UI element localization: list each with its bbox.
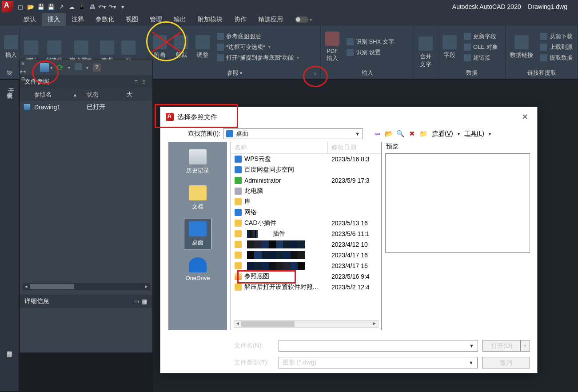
app-logo-icon[interactable] — [2, 1, 13, 12]
scroll-right-icon[interactable]: ► — [372, 321, 377, 326]
file-row[interactable]: WPS云盘2023/5/16 8:3 — [231, 154, 381, 164]
view-menu-button[interactable]: 查看(V) — [431, 130, 455, 138]
file-row[interactable]: CAD小插件2023/5/13 16 — [231, 218, 381, 228]
qat-saveas-icon[interactable]: 💾 — [47, 2, 56, 11]
search-web-icon[interactable]: 🔍 — [396, 129, 405, 138]
palette-prev-icon[interactable]: ▸◂ — [20, 68, 26, 74]
tab-output[interactable]: 输出 — [168, 13, 192, 26]
palette-close-icon[interactable]: ✕ — [21, 61, 25, 67]
field-button[interactable]: 字段 — [440, 33, 459, 61]
tree-view-icon[interactable]: ⁝⁝ — [140, 78, 148, 86]
col-file-date[interactable]: 修改日期 — [328, 142, 381, 153]
merge-text-button[interactable]: 合并 文字 — [416, 35, 435, 70]
col-refname[interactable]: 参照名▲ — [30, 91, 82, 99]
qat-undo-icon[interactable]: ↶▾ — [98, 2, 107, 11]
help-button[interactable]: ? — [93, 64, 101, 72]
extract-data-button[interactable]: 提取数据 — [540, 53, 573, 63]
scroll-left-icon[interactable]: ◄ — [23, 283, 29, 290]
hyperlink-button[interactable]: 超链接 — [464, 53, 498, 63]
adjust-button[interactable]: 调整 — [193, 33, 212, 61]
tab-view[interactable]: 视图 — [120, 13, 144, 26]
underlay-layers-button[interactable]: 参考底图图层 — [217, 32, 299, 41]
scroll-left-icon[interactable]: ◄ — [235, 321, 240, 326]
recognize-shx-button[interactable]: 识别 SHX 文字 — [347, 37, 394, 47]
scroll-thumb[interactable] — [30, 284, 74, 289]
frame-options-button[interactable]: *边框可变选项* — [217, 42, 299, 52]
palette-settings-icon[interactable]: ⚙ — [21, 76, 25, 82]
update-field-button[interactable]: 更新字段 — [464, 32, 498, 41]
filename-input[interactable]: ▼ — [279, 340, 478, 352]
ui-toggle[interactable] — [295, 16, 308, 23]
place-documents[interactable]: 文档 — [184, 183, 211, 213]
dialog-close-button[interactable]: ✕ — [518, 110, 532, 124]
detail-view-icon[interactable]: ▦ — [140, 297, 148, 305]
scope-combo[interactable]: 桌面 ▼ — [223, 128, 363, 139]
datalink-button[interactable]: 数据链接 — [507, 33, 536, 61]
file-row[interactable]: 参照底图2023/5/16 9:4 — [231, 271, 381, 282]
qat-share-icon[interactable]: ☁ — [67, 2, 76, 11]
place-history[interactable]: 历史记录 — [182, 147, 214, 177]
qat-new-icon[interactable]: ▢ — [16, 2, 25, 11]
attach-dwg-button[interactable]: ▾ — [40, 63, 52, 72]
tab-collab[interactable]: 协作 — [228, 13, 252, 26]
tab-annotate[interactable]: 注释 — [66, 13, 90, 26]
file-row[interactable]: 2023/4/17 16 — [231, 260, 381, 271]
qat-save-icon[interactable]: 💾 — [36, 2, 45, 11]
delete-icon[interactable]: ✖ — [407, 129, 416, 138]
tools-menu-button[interactable]: 工具(L) — [462, 130, 486, 138]
file-row[interactable]: 解压后打开设置软件对照...2023/5/2 12:4 — [231, 282, 381, 292]
attach-type-button[interactable] — [75, 63, 82, 72]
col-size[interactable]: 大 — [122, 91, 152, 99]
refresh-button[interactable]: ⟳ — [57, 63, 64, 72]
clip-button[interactable]: 剪裁 — [171, 33, 191, 61]
download-src-button[interactable]: 从源下载 — [540, 32, 573, 41]
qat-plot-icon[interactable]: ↗ — [57, 2, 66, 11]
qat-open-icon[interactable]: 📂 — [26, 2, 35, 11]
tab-default[interactable]: 默认 — [18, 13, 42, 26]
list-view-icon[interactable]: ≡ — [132, 78, 140, 86]
open-button[interactable]: 打开(O) — [482, 340, 521, 352]
pdf-import-button[interactable]: PDF 输入 — [323, 30, 342, 64]
file-row[interactable]: 插件2023/5/6 11:1 — [231, 228, 381, 239]
filelist-scroll-thumb[interactable] — [241, 321, 295, 327]
qat-export-icon[interactable]: 📱 — [77, 2, 86, 11]
qat-more-icon[interactable]: ▾ — [118, 2, 127, 11]
open-button-dropdown[interactable]: ▼ — [520, 340, 530, 352]
tab-featured[interactable]: 精选应用 — [252, 13, 289, 26]
col-file-name[interactable]: 名称 — [231, 142, 328, 153]
insert-block-button[interactable]: 插入 — [2, 33, 20, 61]
file-row[interactable]: 百度网盘同步空间 — [231, 164, 381, 175]
qat-redo-icon[interactable]: ↷▾ — [108, 2, 117, 11]
cancel-button[interactable]: 取消 — [482, 357, 530, 368]
chevron-down-icon[interactable]: ▾ — [310, 17, 312, 22]
tab-addins[interactable]: 附加模块 — [192, 13, 228, 26]
file-row[interactable]: 网络 — [231, 207, 381, 218]
detail-expand-icon[interactable]: ▭ — [132, 297, 140, 305]
scroll-right-icon[interactable]: ► — [143, 283, 150, 290]
filetype-combo[interactable]: 图形 (*.dwg)▼ — [279, 357, 478, 368]
upload-src-button[interactable]: 上载到源 — [540, 42, 573, 52]
tab-manage[interactable]: 管理 — [144, 13, 168, 26]
palette-scrollbar[interactable]: ◄ ► — [23, 283, 150, 290]
file-row[interactable]: 2023/4/12 10 — [231, 239, 381, 250]
ole-object-button[interactable]: OLE 对象 — [464, 42, 498, 52]
place-onedrive[interactable]: OneDrive — [181, 255, 215, 284]
qat-print-icon[interactable]: 🖶 — [88, 2, 96, 11]
file-row[interactable]: 库 — [231, 196, 381, 207]
file-row[interactable]: Administrator2023/5/9 17:3 — [231, 175, 381, 186]
file-row[interactable]: 此电脑 — [231, 186, 381, 196]
xref-row[interactable]: Drawing1 已打开 — [20, 101, 152, 113]
snap-underlay-button[interactable]: 打开"捕捉到参考底图"功能 — [217, 53, 299, 63]
attach-button[interactable]: 附着 — [150, 33, 170, 61]
filelist-scrollbar[interactable]: ◄ ► — [234, 320, 379, 328]
tab-parametric[interactable]: 参数化 — [90, 13, 120, 26]
back-icon[interactable]: ⇦ — [373, 129, 382, 138]
up-folder-icon[interactable]: 📂 — [384, 129, 393, 138]
place-desktop[interactable]: 桌面 — [184, 219, 211, 249]
new-folder-icon[interactable]: 📁 — [419, 129, 428, 138]
col-status[interactable]: 状态 — [82, 91, 122, 99]
panel-ref-launcher-icon[interactable]: ↘ — [313, 71, 316, 76]
recognize-settings-button[interactable]: 识别 设置 — [347, 48, 394, 57]
file-row[interactable]: 2023/4/17 16 — [231, 250, 381, 260]
tab-insert[interactable]: 插入 — [42, 13, 66, 26]
